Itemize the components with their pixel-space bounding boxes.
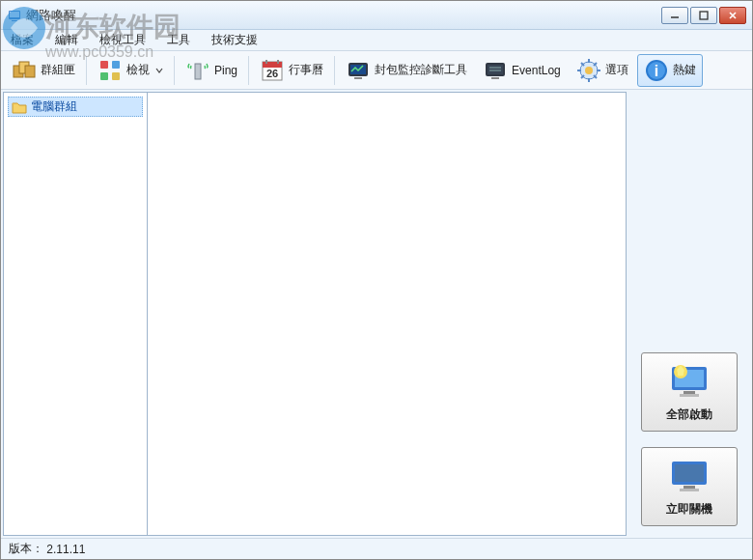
right-action-panel: 全部啟動 立即關機 [627,92,752,536]
svg-rect-21 [265,60,267,64]
toolbar-separator [174,56,175,85]
svg-rect-53 [675,464,704,482]
packet-monitor-icon [346,58,371,83]
group-icon [12,58,37,83]
toolbar-group-edit-label: 群組匣 [41,62,75,78]
window-controls [661,7,746,24]
info-icon: i [644,58,669,83]
toolbar-eventlog-button[interactable]: EventLog [476,54,568,87]
svg-rect-7 [700,12,708,19]
ping-icon [185,58,210,83]
menu-support[interactable]: 技術支援 [208,30,262,50]
close-button[interactable] [719,7,746,24]
svg-text:26: 26 [266,68,278,79]
svg-rect-27 [488,65,503,74]
status-version-label: 版本： [9,541,43,557]
toolbar-view-button[interactable]: 檢視 [91,54,170,87]
eventlog-icon [483,58,508,83]
main-list-panel[interactable] [148,92,627,536]
toolbar-hotkey-label: 熱鍵 [673,62,696,78]
toolbar-packet-tool-label: 封包監控診斷工具 [375,62,467,78]
svg-rect-52 [680,489,699,491]
folder-icon [12,100,27,114]
tree-root-item[interactable]: 電腦群組 [8,97,143,117]
menu-file[interactable]: 檔案 [7,30,38,50]
toolbar-group-edit-button[interactable]: 群組匣 [5,54,82,87]
svg-rect-14 [112,61,120,69]
shutdown-now-button[interactable]: 立即關機 [641,447,738,526]
svg-rect-17 [195,64,201,79]
maximize-button[interactable] [690,7,717,24]
svg-rect-5 [12,20,17,21]
toolbar-hotkey-button[interactable]: i 熱鍵 [637,54,703,87]
toolbar-options-label: 選項 [605,62,628,78]
svg-point-32 [585,67,593,74]
toolbar-calendar-label: 行事曆 [289,62,323,78]
svg-rect-51 [683,486,695,489]
menu-tools[interactable]: 工具 [163,30,194,50]
toolbar-eventlog-label: EventLog [512,64,561,77]
toolbar: 群組匣 檢視 Ping 26 行事曆 封包監控診斷工具 EventLog [1,51,752,90]
svg-rect-15 [100,72,108,80]
app-icon [7,8,22,23]
status-version-value: 2.11.11 [46,543,85,556]
menubar: 檔案 編輯 檢視工具 工具 技術支援 [1,30,752,51]
toolbar-ping-button[interactable]: Ping [179,54,244,87]
wake-all-button[interactable]: 全部啟動 [641,352,738,432]
calendar-icon: 26 [260,58,285,83]
window-title: 網路喚醒 [26,7,661,24]
menu-view-tools[interactable]: 檢視工具 [96,30,150,50]
toolbar-separator [86,56,87,85]
toolbar-separator [334,56,335,85]
shutdown-monitor-icon [668,456,711,497]
gear-icon [576,58,601,83]
svg-rect-30 [491,77,499,79]
svg-rect-22 [277,60,279,64]
toolbar-calendar-button[interactable]: 26 行事曆 [253,54,330,87]
tree-root-label: 電腦群組 [31,98,77,115]
svg-rect-47 [680,394,699,397]
svg-rect-12 [25,66,35,77]
minimize-button[interactable] [661,7,688,24]
svg-rect-46 [683,391,695,394]
statusbar: 版本： 2.11.11 [1,538,752,559]
svg-text:i: i [655,63,658,79]
svg-rect-4 [10,12,19,17]
svg-rect-16 [112,72,120,80]
svg-rect-25 [354,77,362,79]
titlebar: 網路喚醒 [1,1,752,30]
svg-rect-13 [100,61,108,69]
toolbar-separator [248,56,249,85]
body-area: 電腦群組 全部啟動 立即關機 [1,90,752,538]
toolbar-options-button[interactable]: 選項 [570,54,635,87]
tree-panel[interactable]: 電腦群組 [3,92,148,536]
wake-all-label: 全部啟動 [666,406,712,423]
wake-monitor-icon [668,361,711,403]
chevron-down-icon [155,67,163,74]
toolbar-packet-tool-button[interactable]: 封包監控診斷工具 [339,54,474,87]
shutdown-now-label: 立即關機 [666,501,712,518]
view-grid-icon [98,58,123,83]
toolbar-view-label: 檢視 [126,62,150,78]
menu-edit[interactable]: 編輯 [51,30,82,50]
toolbar-ping-label: Ping [214,64,237,77]
